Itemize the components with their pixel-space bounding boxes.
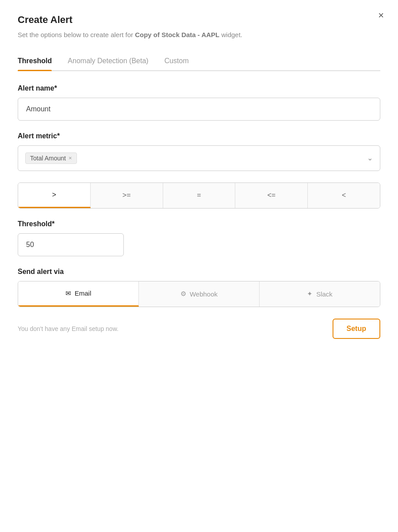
close-button[interactable]: × xyxy=(378,11,384,20)
subtitle-suffix: widget. xyxy=(219,31,242,38)
metric-tag-remove[interactable]: × xyxy=(69,155,72,161)
send-via-group: ✉ Email ⚙ Webhook ✦ Slack xyxy=(18,281,380,307)
slack-label: Slack xyxy=(316,290,333,298)
modal-title: Create Alert xyxy=(18,14,380,26)
chevron-down-icon: ⌄ xyxy=(367,154,373,162)
alert-metric-select[interactable]: Total Amount × ⌄ xyxy=(18,145,380,171)
operator-lte[interactable]: <= xyxy=(235,183,308,208)
webhook-icon: ⚙ xyxy=(180,290,186,298)
tabs-bar: Threshold Anomaly Detection (Beta) Custo… xyxy=(18,53,380,71)
tab-threshold[interactable]: Threshold xyxy=(18,53,52,70)
operator-eq[interactable]: = xyxy=(163,183,236,208)
tab-custom[interactable]: Custom xyxy=(165,53,189,70)
alert-metric-section: Alert metric* Total Amount × ⌄ xyxy=(18,132,380,171)
slack-icon: ✦ xyxy=(307,290,313,298)
subtitle-bold: Copy of Stock Data - AAPL xyxy=(135,31,219,38)
footer-note: You don't have any Email setup now. xyxy=(18,325,119,332)
send-via-label: Send alert via xyxy=(18,268,380,276)
setup-button[interactable]: Setup xyxy=(333,319,380,339)
webhook-label: Webhook xyxy=(190,290,218,298)
operator-gte[interactable]: >= xyxy=(91,183,163,208)
operator-group: > >= = <= < xyxy=(18,182,380,209)
send-via-section: Send alert via ✉ Email ⚙ Webhook ✦ Slack xyxy=(18,268,380,307)
send-via-email[interactable]: ✉ Email xyxy=(18,281,139,307)
operator-gt[interactable]: > xyxy=(18,183,91,208)
threshold-section: Threshold* xyxy=(18,220,380,256)
create-alert-modal: × Create Alert Set the options below to … xyxy=(0,0,398,532)
send-via-slack[interactable]: ✦ Slack xyxy=(260,281,380,307)
send-via-webhook[interactable]: ⚙ Webhook xyxy=(139,281,260,307)
operator-lt[interactable]: < xyxy=(308,183,380,208)
alert-metric-label: Alert metric* xyxy=(18,132,380,140)
email-label: Email xyxy=(75,289,92,297)
email-icon: ✉ xyxy=(65,289,71,297)
threshold-input[interactable] xyxy=(18,233,124,256)
metric-tags: Total Amount × xyxy=(25,152,77,164)
metric-tag-total-amount: Total Amount × xyxy=(25,152,77,164)
alert-name-section: Alert name* xyxy=(18,84,380,121)
footer-row: You don't have any Email setup now. Setu… xyxy=(18,319,380,339)
alert-name-label: Alert name* xyxy=(18,84,380,92)
metric-tag-label: Total Amount xyxy=(30,155,66,162)
subtitle-prefix: Set the options below to create alert fo… xyxy=(18,31,135,38)
alert-name-input[interactable] xyxy=(18,98,380,121)
threshold-label: Threshold* xyxy=(18,220,380,228)
tab-anomaly[interactable]: Anomaly Detection (Beta) xyxy=(68,53,148,70)
modal-subtitle: Set the options below to create alert fo… xyxy=(18,30,380,40)
